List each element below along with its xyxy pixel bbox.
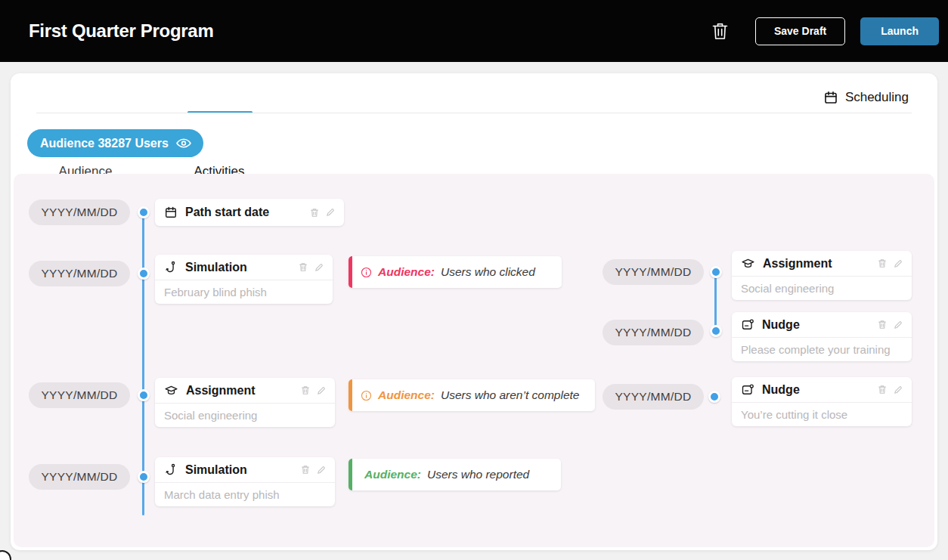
calendar-icon (823, 90, 838, 105)
condition-label: Audience: (364, 468, 421, 481)
node-title: Nudge (762, 318, 800, 332)
audience-condition-clicked[interactable]: Audience: Users who clicked (349, 256, 562, 288)
node-description: Please complete your training (732, 337, 912, 361)
node-title: Assignment (186, 384, 256, 398)
node-description: You’re cutting it close (732, 402, 912, 426)
node-description: Social engineering (155, 403, 335, 427)
date-pill[interactable]: YYYY/MM/DD (603, 320, 704, 345)
activity-node-nudge[interactable]: Nudge You’re cutting it close (732, 377, 912, 426)
scheduling-button[interactable]: Scheduling (823, 90, 909, 105)
timeline-connector-main (142, 212, 144, 515)
info-icon (361, 390, 372, 401)
tabs-divider (36, 113, 912, 113)
trash-icon[interactable] (310, 208, 319, 218)
node-title: Assignment (763, 257, 832, 271)
node-title: Simulation (185, 261, 247, 274)
activity-node-simulation[interactable]: Simulation February blind phish (155, 255, 333, 304)
nudge-notification-icon (741, 383, 754, 397)
trash-icon[interactable] (878, 320, 887, 330)
top-bar: First Quarter Program Save Draft Launch (0, 0, 948, 62)
corner-widget-button[interactable] (0, 550, 11, 560)
timeline-dot (138, 389, 150, 401)
trash-icon[interactable] (301, 385, 310, 395)
phish-hook-icon (164, 463, 178, 477)
audience-condition-reported[interactable]: Audience: Users who reported (349, 459, 561, 490)
nudge-notification-icon (741, 318, 754, 332)
date-pill[interactable]: YYYY/MM/DD (29, 200, 130, 225)
edit-pencil-icon[interactable] (326, 208, 335, 217)
audience-count-badge[interactable]: Audience 38287 Users (27, 129, 203, 157)
date-pill[interactable]: YYYY/MM/DD (603, 384, 704, 410)
graduation-cap-icon (164, 384, 178, 398)
node-description: February blind phish (155, 280, 333, 304)
trash-icon[interactable] (299, 262, 308, 272)
node-description: Social engineering (732, 276, 912, 300)
program-card: Audience Activities Scheduling Audience … (11, 73, 937, 550)
date-pill[interactable]: YYYY/MM/DD (29, 261, 130, 286)
activity-node-nudge[interactable]: Nudge Please complete your training (732, 312, 912, 361)
program-builder-page: First Quarter Program Save Draft Launch … (0, 0, 948, 560)
edit-pencil-icon[interactable] (894, 259, 903, 268)
timeline-dot (710, 325, 722, 337)
timeline-dot (138, 471, 150, 483)
path-canvas: YYYY/MM/DD YYYY/MM/DD YYYY/MM/DD YYYY/MM… (14, 174, 934, 547)
condition-text: Users who aren’t complete (441, 388, 580, 402)
edit-pencil-icon[interactable] (314, 263, 324, 272)
node-description: March data entry phish (155, 482, 335, 506)
timeline-dot (708, 391, 720, 403)
node-title: Path start date (185, 206, 269, 219)
path-start-node[interactable]: Path start date (155, 199, 344, 226)
eye-icon[interactable] (175, 136, 192, 150)
condition-text: Users who clicked (441, 265, 535, 279)
delete-program-button[interactable] (708, 18, 733, 45)
activity-node-assignment[interactable]: Assignment Social engineering (732, 251, 912, 300)
trash-icon[interactable] (878, 385, 887, 394)
condition-text: Users who reported (427, 468, 529, 481)
audience-condition-incomplete[interactable]: Audience: Users who aren’t complete (349, 379, 595, 411)
edit-pencil-icon[interactable] (894, 385, 903, 394)
trash-icon[interactable] (878, 258, 887, 268)
timeline-connector-branch (714, 272, 717, 331)
calendar-icon (164, 206, 178, 219)
timeline-dot (138, 268, 150, 280)
activity-node-assignment[interactable]: Assignment Social engineering (155, 378, 335, 427)
audience-count-label: Audience 38287 Users (40, 137, 169, 150)
timeline-dot (138, 206, 150, 218)
tabs-row: Audience Activities Scheduling (11, 73, 937, 114)
condition-label: Audience: (378, 388, 435, 402)
date-pill[interactable]: YYYY/MM/DD (29, 464, 130, 490)
page-title: First Quarter Program (29, 20, 213, 42)
condition-label: Audience: (378, 265, 435, 279)
save-draft-button[interactable]: Save Draft (755, 17, 845, 45)
trash-icon[interactable] (301, 465, 310, 475)
node-title: Simulation (185, 463, 247, 477)
node-title: Nudge (762, 383, 800, 397)
date-pill[interactable]: YYYY/MM/DD (603, 259, 704, 285)
activity-node-simulation[interactable]: Simulation March data entry phish (155, 457, 335, 506)
date-pill[interactable]: YYYY/MM/DD (29, 382, 130, 408)
top-bar-actions: Save Draft Launch (708, 17, 939, 45)
edit-pencil-icon[interactable] (317, 466, 326, 475)
edit-pencil-icon[interactable] (894, 320, 903, 330)
graduation-cap-icon (741, 257, 755, 271)
scheduling-label: Scheduling (845, 90, 909, 105)
edit-pencil-icon[interactable] (317, 386, 326, 395)
trash-icon (711, 21, 730, 42)
launch-button[interactable]: Launch (860, 17, 939, 45)
phish-hook-icon (164, 261, 178, 274)
info-icon (361, 267, 372, 278)
timeline-dot (710, 266, 722, 278)
